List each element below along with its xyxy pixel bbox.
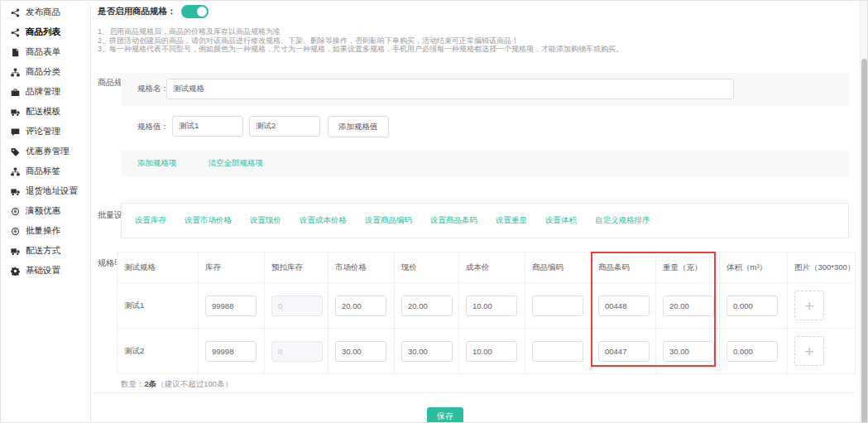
col-header-market-price: 市场价格	[328, 252, 395, 283]
col-header-hold-stock: 预扣库存	[265, 252, 328, 283]
sitemap-icon	[11, 167, 20, 176]
row-count-line: 数量：2条（建议不超过100条）	[121, 379, 233, 390]
sidebar-item-brand[interactable]: 品牌管理	[1, 82, 90, 102]
custom-sort-link[interactable]: 自定义规格排序	[595, 215, 650, 226]
product-spec-page: 发布商品 商品列表 商品表单 商品分类 品牌管理 配送模板 评论管理 优惠券管理…	[0, 0, 868, 423]
spec-value-input-1[interactable]	[172, 116, 243, 137]
sidebar-item-label: 配送方式	[26, 245, 60, 257]
product-code-input[interactable]	[532, 341, 583, 362]
cost-price-input[interactable]	[466, 296, 517, 316]
spec-value-input-2[interactable]	[249, 116, 320, 137]
tip-line-3: 3、每一种规格代表不同型号，例如颜色为一种规格，尺寸为一种规格，如果设置多规格，…	[98, 45, 623, 54]
set-stock-link[interactable]: 设置库存	[135, 215, 166, 226]
col-header-spec: 测试规格	[117, 252, 199, 283]
volume-input[interactable]	[727, 296, 778, 316]
sidebar-item-label: 发布商品	[26, 7, 60, 18]
hold-stock-input	[271, 341, 323, 362]
set-barcode-link[interactable]: 设置商品条码	[430, 215, 477, 226]
set-market-price-link[interactable]: 设置市场价格	[185, 215, 232, 226]
count-value: 2条	[145, 379, 157, 388]
price-input[interactable]	[401, 341, 453, 362]
volume-input[interactable]	[727, 341, 778, 362]
barcode-input[interactable]	[598, 341, 650, 362]
share-nodes-icon	[11, 28, 20, 37]
truck-icon	[11, 187, 20, 196]
sidebar-item-label: 商品列表	[26, 26, 60, 38]
hold-stock-input	[271, 296, 323, 316]
sidebar-item-tags[interactable]: 商品标签	[1, 161, 90, 181]
comment-icon	[11, 127, 20, 137]
sidebar-item-full-discount[interactable]: 满额优惠	[1, 201, 90, 221]
footer-divider	[91, 392, 856, 393]
stock-input[interactable]	[205, 296, 257, 316]
batch-settings-box: 设置库存 设置市场价格 设置现价 设置成本价格 设置商品编码 设置商品条码 设置…	[121, 203, 849, 238]
vertical-scrollbar[interactable]	[860, 1, 867, 422]
weight-input[interactable]	[663, 341, 714, 362]
tag-icon	[11, 147, 20, 156]
spec-value-cell: 测试1	[117, 283, 199, 329]
set-weight-link[interactable]: 设置重量	[496, 215, 527, 226]
spec-value-label: 规格值：	[137, 122, 169, 132]
sidebar-item-return-address[interactable]: 退货地址设置	[1, 181, 90, 201]
add-spec-item-link[interactable]: 添加规格项	[137, 158, 177, 169]
set-product-code-link[interactable]: 设置商品编码	[365, 215, 412, 226]
sitemap-icon	[11, 68, 20, 77]
sidebar-item-coupons[interactable]: 优惠券管理	[1, 142, 90, 161]
tip-line-2: 2、拼团活动创建后的商品，请勿对该商品进行修改规格、下架、删除等操作，否则影响下…	[98, 36, 623, 46]
scrollbar-thumb[interactable]	[861, 59, 867, 423]
col-header-stock: 库存	[199, 252, 265, 283]
tip-line-1: 1、启用商品规格后，商品的价格及库存以商品规格为准	[98, 27, 623, 36]
table-header-row: 测试规格 库存 预扣库存 市场价格 现价 成本价 商品编码 商品条码 重量（克）…	[117, 252, 856, 283]
sidebar-item-label: 品牌管理	[26, 86, 60, 98]
enable-spec-toggle[interactable]	[181, 5, 209, 18]
sidebar-item-label: 批量操作	[26, 225, 60, 237]
stock-input[interactable]	[205, 341, 257, 362]
gear-icon	[11, 267, 20, 276]
sidebar-item-product-list[interactable]: 商品列表	[1, 22, 90, 42]
col-header-price: 现价	[395, 252, 459, 283]
table-row: 测试1 +	[117, 283, 856, 329]
sidebar-item-delivery-template[interactable]: 配送模板	[1, 102, 90, 122]
truck-icon	[11, 247, 20, 256]
main-content: 是否启用商品规格： 1、启用商品规格后，商品的价格及库存以商品规格为准 2、拼团…	[91, 1, 867, 422]
sidebar-item-comments[interactable]: 评论管理	[1, 122, 90, 142]
set-cost-price-link[interactable]: 设置成本价格	[300, 215, 347, 226]
sidebar-item-delivery-method[interactable]: 配送方式	[1, 241, 90, 261]
count-hint: （建议不超过100条）	[156, 379, 233, 388]
sidebar-item-label: 优惠券管理	[26, 146, 70, 157]
sidebar-item-label: 满额优惠	[26, 205, 60, 217]
clear-spec-items-link[interactable]: 清空全部规格项	[209, 158, 264, 169]
set-volume-link[interactable]: 设置体积	[545, 215, 577, 226]
price-input[interactable]	[401, 296, 453, 316]
save-button[interactable]: 保存	[427, 407, 463, 423]
coin-icon	[11, 227, 20, 236]
file-icon	[11, 48, 20, 57]
weight-input[interactable]	[663, 296, 714, 316]
product-code-input[interactable]	[532, 296, 583, 316]
market-price-input[interactable]	[335, 296, 386, 316]
col-header-weight: 重量（克）	[656, 252, 720, 283]
cost-price-input[interactable]	[466, 341, 517, 362]
barcode-input[interactable]	[598, 296, 650, 316]
briefcase-icon	[11, 88, 20, 97]
coin-icon	[11, 207, 20, 216]
sidebar-item-category[interactable]: 商品分类	[1, 62, 90, 82]
count-label: 数量：	[121, 379, 145, 388]
spec-name-input[interactable]	[166, 79, 734, 99]
sidebar-item-publish[interactable]: 发布商品	[1, 2, 90, 22]
market-price-input[interactable]	[335, 341, 386, 362]
sidebar-item-batch-ops[interactable]: 批量操作	[1, 221, 90, 241]
set-price-link[interactable]: 设置现价	[250, 215, 281, 226]
col-header-image: 图片（300*300）	[788, 252, 856, 283]
sidebar-item-basic-settings[interactable]: 基础设置	[1, 261, 90, 281]
col-header-volume: 体积（m³）	[720, 252, 788, 283]
sidebar-item-label: 退货地址设置	[26, 185, 78, 197]
plus-icon: +	[804, 343, 813, 360]
sidebar-item-label: 商品表单	[26, 46, 60, 58]
col-header-cost-price: 成本价	[459, 252, 525, 283]
add-spec-value-button[interactable]: 添加规格值	[328, 116, 389, 137]
add-image-button[interactable]: +	[794, 336, 824, 366]
add-image-button[interactable]: +	[794, 291, 824, 320]
sidebar-item-label: 商品标签	[26, 166, 60, 177]
sidebar-item-product-form[interactable]: 商品表单	[1, 42, 90, 62]
